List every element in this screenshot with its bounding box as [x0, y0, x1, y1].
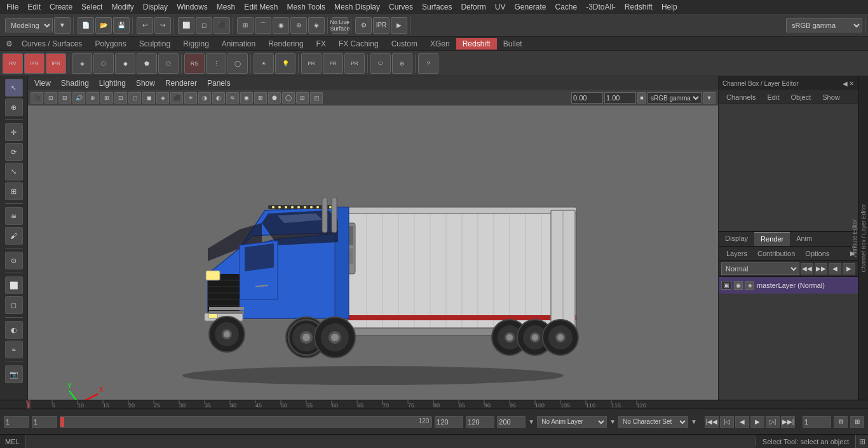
snap-grid-btn[interactable]: ⊞	[237, 17, 254, 34]
skip-end-btn[interactable]: ▶▶|	[781, 416, 795, 428]
lasso-select-btn[interactable]: ◻	[196, 17, 212, 34]
vp-sel-highlight-btn[interactable]: ◰	[310, 92, 323, 104]
step-fwd-btn[interactable]: ▷|	[766, 416, 780, 428]
universal-tool-btn[interactable]: ⊞	[5, 182, 23, 200]
panel-close-btn[interactable]: ✕	[849, 80, 854, 87]
tab-redshift[interactable]: Redshift	[456, 38, 497, 50]
vp-frame-sel-btn[interactable]: ⊟	[58, 92, 71, 104]
vp-srgb-select[interactable]: sRGB gamma	[648, 92, 702, 104]
rst-attribute-editor[interactable]: Attribute Editor	[850, 215, 859, 261]
snap-view-btn[interactable]: ⊕	[290, 17, 307, 34]
vp-grid-btn[interactable]: ⊞	[100, 92, 113, 104]
anim-layer-select[interactable]: No Anim Layer	[537, 416, 607, 428]
layer-render-fwd2-btn[interactable]: ▶	[843, 263, 855, 275]
exposure-input[interactable]	[604, 92, 636, 104]
paint-ops-btn[interactable]: 🖌	[5, 227, 23, 245]
vp-ssao-btn[interactable]: ◐	[212, 92, 225, 104]
ipr-btn[interactable]: IPR	[373, 17, 390, 34]
move-tool-btn[interactable]: ✛	[5, 123, 23, 141]
normal-select[interactable]: Normal	[721, 262, 799, 275]
shelf-node5-btn[interactable]: ⬠	[158, 53, 179, 74]
vp-lights-btn[interactable]: ☀	[184, 92, 197, 104]
vp-dof-btn[interactable]: ◉	[240, 92, 253, 104]
layer-render-fwd-btn[interactable]: ▶▶	[815, 263, 827, 275]
layer-eye-icon[interactable]: ◉	[734, 281, 743, 290]
vp-shaded-btn[interactable]: ◈	[156, 92, 169, 104]
tab-settings-btn[interactable]: ⚙	[3, 37, 15, 50]
undo-btn[interactable]: ↩	[137, 17, 153, 34]
vp-frame-audio-btn[interactable]: 🔊	[72, 92, 85, 104]
srgb-select[interactable]: sRGB gamma	[786, 18, 862, 32]
vp-plugin-btn[interactable]: ◯	[282, 92, 295, 104]
master-layer-item[interactable]: ▣ ◉ ◈ masterLayer (Normal)	[719, 277, 858, 294]
menu-file[interactable]: File	[3, 1, 22, 13]
vp-menu-panels[interactable]: Panels	[205, 78, 233, 89]
shelf-light1-btn[interactable]: ☀	[254, 53, 274, 74]
shelf-node3-btn[interactable]: ◆	[115, 53, 135, 74]
menu-deform[interactable]: Deform	[457, 1, 489, 13]
workspace-select[interactable]: Modeling	[5, 18, 53, 32]
max-end-arrow[interactable]: ▼	[528, 418, 534, 425]
multi-select-btn[interactable]: ⊕	[5, 98, 23, 116]
snap-surface-btn[interactable]: ◈	[308, 17, 325, 34]
current-frame-start-input[interactable]	[4, 416, 29, 428]
tab-fx[interactable]: FX	[310, 38, 332, 50]
layer-tab-contribution[interactable]: Contribution	[752, 248, 800, 259]
channel-tab-channels[interactable]: Channels	[721, 92, 761, 102]
range-end-input[interactable]	[435, 416, 463, 428]
shelf-rv-btn[interactable]: RV	[3, 53, 23, 74]
shelf-rs3-btn[interactable]: ◯	[227, 53, 248, 74]
marquee-select-btn[interactable]: ⬜	[5, 276, 23, 294]
render-tab-display[interactable]: Display	[719, 232, 754, 246]
shelf-light2-btn[interactable]: 💡	[275, 53, 295, 74]
tab-polygons[interactable]: Polygons	[88, 38, 132, 50]
menu-cache[interactable]: Cache	[551, 1, 581, 13]
menu-display[interactable]: Display	[139, 1, 172, 13]
status-bar-script-btn[interactable]: ⊞	[855, 435, 868, 448]
scale-tool-btn[interactable]: ⤡	[5, 163, 23, 180]
shelf-pr2-btn[interactable]: PR	[323, 53, 343, 74]
vp-wireframe-btn[interactable]: ◻	[128, 92, 141, 104]
play-back-btn[interactable]: ◀	[735, 416, 749, 428]
save-file-btn[interactable]: 💾	[113, 17, 130, 34]
play-fwd-btn[interactable]: ▶	[750, 416, 764, 428]
channel-tab-edit[interactable]: Edit	[762, 92, 784, 102]
anim-layer-arrow[interactable]: ▼	[609, 418, 616, 425]
vp-display-btn[interactable]: ⬟	[268, 92, 281, 104]
vp-menu-renderer[interactable]: Renderer	[163, 78, 200, 89]
tab-curves-surfaces[interactable]: Curves / Surfaces	[15, 38, 88, 50]
channel-tab-object[interactable]: Object	[785, 92, 816, 102]
rotate-tool-btn[interactable]: ⟳	[5, 143, 23, 161]
main-viewport[interactable]: View Shading Lighting Show Renderer Pane…	[28, 76, 718, 400]
vp-shadows-btn[interactable]: ◑	[198, 92, 211, 104]
layer-render-icon[interactable]: ◈	[745, 281, 754, 290]
snap-point-btn[interactable]: ◉	[273, 17, 289, 34]
shelf-util1-btn[interactable]: ⬭	[370, 53, 391, 74]
menu-edit[interactable]: Edit	[24, 1, 44, 13]
vp-camera-btn[interactable]: 🎥	[31, 92, 43, 104]
menu-mesh-tools[interactable]: Mesh Tools	[283, 1, 329, 13]
render-settings-btn[interactable]: ⚙	[355, 17, 372, 34]
menu-modify[interactable]: Modify	[107, 1, 137, 13]
workspace-options-btn[interactable]: ▼	[54, 17, 71, 34]
vp-iso-lines-btn[interactable]: ⊟	[296, 92, 309, 104]
menu-surfaces[interactable]: Surfaces	[418, 1, 456, 13]
char-set-arrow[interactable]: ▼	[691, 418, 697, 425]
shelf-node1-btn[interactable]: ◈	[72, 53, 92, 74]
crease-btn[interactable]: ≈	[5, 341, 23, 358]
lasso-tool-btn[interactable]: ◻	[5, 296, 23, 314]
vp-color-mode-btn[interactable]: ■	[637, 92, 646, 104]
new-file-btn[interactable]: 📄	[78, 17, 94, 34]
select-mode-btn[interactable]: ⬜	[178, 17, 194, 34]
menu-mesh-display[interactable]: Mesh Display	[330, 1, 384, 13]
panel-collapse-btn[interactable]: ◀	[843, 80, 848, 87]
vp-menu-shading[interactable]: Shading	[58, 78, 92, 89]
vp-hud-btn[interactable]: ⊠	[254, 92, 267, 104]
channel-tab-show[interactable]: Show	[817, 92, 845, 102]
vp-smooth-btn[interactable]: ◼	[142, 92, 155, 104]
step-back-btn[interactable]: |◁	[720, 416, 734, 428]
open-file-btn[interactable]: 📂	[95, 17, 112, 34]
render-btn[interactable]: ▶	[391, 17, 407, 34]
snap-curve-btn[interactable]: ⌒	[255, 17, 271, 34]
menu-redshift[interactable]: Redshift	[621, 1, 656, 13]
